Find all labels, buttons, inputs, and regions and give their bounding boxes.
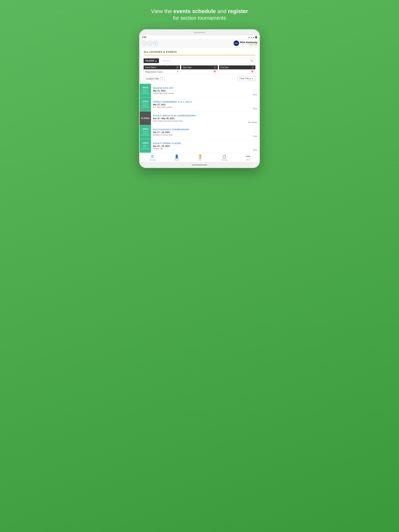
event-name: KPGAJT MATCH PLAY CHAMPIONSHIPS	[153, 114, 244, 117]
bottom-nav-item[interactable]: 📋 Directory	[219, 154, 229, 161]
badge-status: OPEN	[142, 142, 148, 144]
nav-label: Profile	[174, 159, 179, 161]
event-name: KPGAJT SPRING CLASSIC	[153, 142, 249, 145]
end-date-input[interactable]: 📅	[219, 69, 255, 74]
headline-line2: for section tournaments	[151, 15, 248, 21]
browser-bar: ‹ › ↻ PGA PGA Kentucky Junior Tour	[140, 39, 259, 47]
event-action-link[interactable]: View	[253, 94, 257, 96]
pga-text: PGA Kentucky Junior Tour	[240, 41, 257, 46]
event-venue: Juniper Hill	[153, 148, 249, 150]
status-time: 3:05	[142, 36, 146, 38]
event-action-link[interactable]: Tee Sheet	[248, 121, 257, 123]
filters-row: FILTERS ▲ Search... 🔍	[144, 58, 255, 63]
tablet-top-bar	[140, 30, 259, 35]
bottom-nav-item[interactable]: 👤 Profile	[173, 154, 180, 161]
event-badge: OPEN closes onMAR 1811:00 PM EDT	[140, 84, 151, 97]
event-info: 2021 FOUR-BALL CHAMPIONSHIP Apr 17 - 18,…	[151, 125, 251, 139]
event-badge: CLOSED	[140, 111, 151, 125]
event-status-label: Event Status ℹ	[144, 65, 180, 69]
event-action-link[interactable]: View	[253, 107, 257, 110]
badge-status: CLOSED	[141, 117, 150, 119]
event-action: View	[251, 98, 259, 111]
event-action-link[interactable]: View	[253, 149, 257, 151]
event-card: CLOSED KPGAJT MATCH PLAY CHAMPIONSHIPS A…	[140, 111, 259, 125]
event-name: SERIES TOURNAMENT @ A.J. JOLLY	[153, 101, 249, 103]
pga-badge: PGA	[234, 40, 239, 46]
calendar-icon-end: 📅	[251, 70, 254, 73]
tablet-frame: 3:05 ▲ ▲▲ ▉ ‹ › ↻ PGA PGA Kentucky	[139, 29, 260, 168]
event-date: Apr 24 - 25, 2021	[153, 145, 249, 147]
event-badge: OPEN closes onMAR 243:22 PM EDT	[140, 98, 151, 111]
start-date-info-icon: ℹ	[214, 66, 216, 69]
bottom-nav-item[interactable]: ☰ Schedule	[148, 154, 157, 161]
badge-closes: closes onMAR 1811:00 PM EDT	[141, 89, 150, 95]
event-date: Mar 21, 2021	[153, 89, 249, 92]
bottom-nav-item[interactable]: ••• More	[245, 154, 251, 161]
home-bar	[192, 165, 207, 165]
page-title: ALL LEAGUES & EVENTS	[144, 51, 255, 55]
event-action: View	[251, 125, 259, 139]
clear-filters-button[interactable]: Clear Filters ✕	[237, 76, 255, 81]
event-status-info-icon: ℹ	[176, 66, 179, 69]
event-venue: Polo Fields Golf and Country Club	[153, 120, 244, 122]
headline-line1: View the events schedule and register	[151, 8, 248, 15]
event-status-field: Event Status ℹ Registration Open... ▾	[144, 65, 180, 74]
filters-button[interactable]: FILTERS ▲	[144, 58, 159, 63]
badge-status: OPEN	[142, 128, 148, 130]
start-date-input[interactable]: 📅	[181, 69, 218, 74]
nav-icon: 📋	[222, 154, 226, 159]
tablet-home-indicator	[140, 162, 259, 167]
event-badge: OPEN closes onAPR 1411:00 PM EDT	[140, 125, 151, 139]
main-content: ALL LEAGUES & EVENTS FILTERS ▲ Search...…	[140, 47, 259, 81]
event-action-link[interactable]: View	[253, 135, 257, 137]
nav-icon: 🏆	[198, 154, 202, 159]
back-button[interactable]: ‹	[142, 41, 146, 45]
event-badge: OPEN closes onAPR 2111:00 PM EDT	[140, 139, 151, 153]
event-action: Tee Sheet	[246, 111, 259, 125]
calendar-icon: 📅	[213, 70, 216, 73]
nav-icon: 👤	[174, 154, 179, 159]
event-venue: A.J. Jolly Golf Course	[153, 106, 249, 108]
tablet-inner: 3:05 ▲ ▲▲ ▉ ‹ › ↻ PGA PGA Kentucky	[140, 35, 259, 162]
event-action: View	[251, 84, 259, 97]
nav-label: POY	[198, 159, 202, 161]
nav-icon: ☰	[151, 154, 154, 159]
start-date-label: Start Date ℹ	[181, 65, 218, 69]
event-name: 2021 FOUR-BALL CHAMPIONSHIP	[153, 128, 249, 131]
event-status-input[interactable]: Registration Open... ▾	[144, 69, 180, 74]
nav-label: More	[246, 159, 250, 161]
event-venue: Audubon Country Club	[153, 134, 249, 136]
pga-state: Kentucky	[246, 41, 257, 44]
forward-button[interactable]: ›	[148, 41, 152, 45]
nav-label: Directory	[221, 159, 227, 161]
event-card: OPEN closes onAPR 2111:00 PM EDT KPGAJT …	[140, 139, 259, 153]
location-checkbox[interactable]	[160, 77, 163, 80]
event-date: Apr 10 - May 30, 2021	[153, 117, 244, 120]
status-bar: 3:05 ▲ ▲▲ ▉	[140, 35, 259, 39]
location-filter-button[interactable]: Location Filter	[144, 76, 165, 81]
bottom-nav-item[interactable]: 🏆 POY	[196, 154, 204, 161]
headline-bold2: register	[228, 8, 248, 14]
event-info: KPGAJT SPRING CLASSIC Apr 24 - 25, 2021 …	[151, 139, 251, 153]
badge-closes: closes onMAR 243:22 PM EDT	[141, 103, 149, 108]
search-placeholder: Search...	[163, 59, 172, 62]
event-info: KPGAJT MATCH PLAY CHAMPIONSHIPS Apr 10 -…	[151, 111, 246, 125]
event-venue: Griffin Gate Golf Course	[153, 92, 249, 95]
events-list: OPEN closes onMAR 1811:00 PM EDT SEASON …	[140, 84, 259, 153]
event-card: OPEN closes onAPR 1411:00 PM EDT 2021 FO…	[140, 125, 259, 139]
filter-fields: Event Status ℹ Registration Open... ▾ St…	[144, 65, 255, 74]
pga-name: PGA Kentucky	[240, 41, 257, 44]
event-name: SEASON KICK OFF	[153, 87, 249, 89]
wifi-icon: ▲	[248, 36, 250, 38]
badge-status: OPEN	[142, 101, 148, 103]
end-date-info-icon: ℹ	[251, 66, 254, 69]
end-date-field: End Date ℹ 📅	[219, 65, 255, 74]
battery-icon: ▉	[255, 36, 257, 38]
bottom-nav: ☰ Schedule 👤 Profile 🏆 POY 📋 Directory •…	[140, 153, 259, 162]
start-date-field: Start Date ℹ 📅	[181, 65, 218, 74]
search-box[interactable]: Search... 🔍	[161, 58, 255, 63]
event-info: SEASON KICK OFF Mar 21, 2021 Griffin Gat…	[151, 84, 251, 97]
badge-status: OPEN	[142, 87, 148, 89]
refresh-button[interactable]: ↻	[153, 41, 158, 45]
event-action: View	[251, 139, 259, 153]
